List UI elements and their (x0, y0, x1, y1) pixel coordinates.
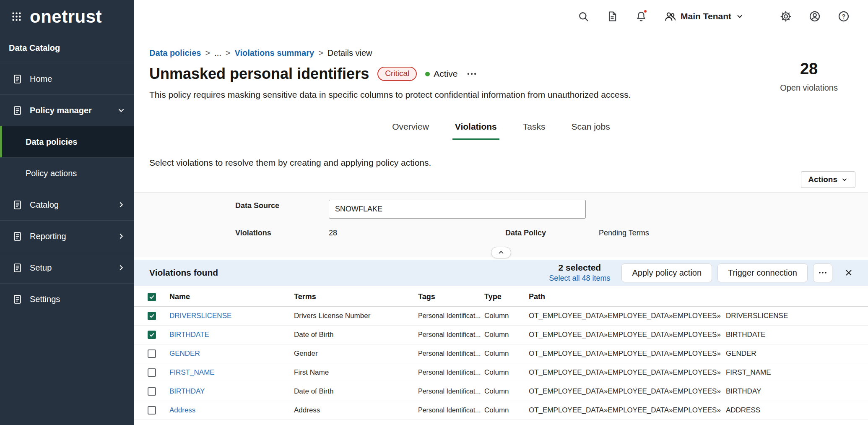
tab-tasks[interactable]: Tasks (520, 122, 548, 140)
row-tags: Personal Identificat... (418, 350, 484, 357)
collapse-filters-button[interactable] (491, 247, 511, 258)
row-name-link[interactable]: Address (169, 406, 294, 415)
row-checkbox[interactable] (148, 349, 156, 358)
column-header-name[interactable]: Name (169, 292, 294, 301)
row-path: OT_EMPLOYEE_DATA»EMPLOYEE_DATA»EMPLOYEES… (529, 406, 868, 415)
row-type: Column (484, 368, 529, 377)
breadcrumb-data-policies[interactable]: Data policies (149, 48, 201, 58)
sidebar-item-catalog[interactable]: Catalog (0, 189, 134, 220)
row-tags: Personal Identificat... (418, 312, 484, 320)
row-tags: Personal Identificat... (418, 388, 484, 395)
column-header-terms[interactable]: Terms (294, 292, 418, 301)
tab-violations[interactable]: Violations (452, 122, 499, 140)
document-icon (12, 294, 23, 305)
help-icon[interactable]: ? (834, 6, 854, 26)
row-checkbox[interactable] (148, 406, 156, 415)
sidebar-item-label: Catalog (30, 200, 59, 210)
row-name-link[interactable]: BIRTHDATE (169, 331, 294, 339)
table-row: BIRTHDAY Date of Birth Personal Identifi… (134, 382, 868, 401)
violations-table: Name Terms Tags Type Path DRIVERSLICENSE… (134, 287, 868, 420)
apply-policy-action-button[interactable]: Apply policy action (621, 263, 712, 282)
sidebar-item-home[interactable]: Home (0, 63, 134, 94)
actions-button[interactable]: Actions (801, 171, 855, 188)
sidebar-item-label: Settings (30, 295, 60, 304)
document-icon[interactable] (602, 6, 622, 26)
row-terms: Address (294, 406, 418, 415)
tenant-selector[interactable]: Main Tenant (664, 10, 744, 23)
tabs: Overview Violations Tasks Scan jobs (134, 109, 868, 140)
trigger-connection-button[interactable]: Trigger connection (717, 263, 808, 282)
logo-row: onetrust (0, 0, 134, 33)
row-type: Column (484, 387, 529, 396)
actions-row: Select violations to resolve them by cre… (134, 140, 868, 192)
close-icon[interactable] (844, 268, 854, 278)
breadcrumb-separator: > (226, 48, 231, 58)
sidebar-item-label: Data policies (26, 137, 77, 147)
column-header-tags[interactable]: Tags (418, 292, 484, 301)
status-label: Active (434, 69, 457, 79)
select-all-link[interactable]: Select all 48 items (549, 274, 610, 283)
violations-count-value: 28 (329, 229, 337, 237)
row-checkbox[interactable] (148, 387, 156, 396)
document-icon (12, 74, 23, 84)
open-violations-stat: 28 Open violations (780, 60, 838, 93)
app-grid-icon[interactable] (11, 11, 22, 22)
column-header-path[interactable]: Path (529, 292, 868, 301)
chevron-down-icon (117, 106, 126, 115)
row-name-link[interactable]: BIRTHDAY (169, 387, 294, 396)
status-indicator: Active (425, 69, 457, 79)
sidebar-item-setup[interactable]: Setup (0, 252, 134, 283)
topbar: Main Tenant ? (134, 0, 868, 33)
sidebar-item-policy-actions[interactable]: Policy actions (0, 157, 134, 189)
row-name-link[interactable]: DRIVERSLICENSE (169, 312, 294, 320)
main-content: Data policies > ... > Violations summary… (134, 33, 868, 425)
bell-icon[interactable] (631, 6, 651, 26)
row-type: Column (484, 312, 529, 320)
tab-scan-jobs[interactable]: Scan jobs (569, 122, 612, 140)
breadcrumb-details-view: Details view (327, 48, 372, 58)
chevron-down-icon (735, 12, 744, 21)
column-header-type[interactable]: Type (484, 292, 529, 301)
more-options-icon[interactable] (466, 68, 478, 80)
row-checkbox[interactable] (148, 331, 156, 339)
notification-dot (643, 9, 647, 13)
page-header: Data policies > ... > Violations summary… (134, 33, 868, 100)
row-checkbox[interactable] (148, 368, 156, 377)
row-type: Column (484, 331, 529, 339)
gear-icon[interactable] (776, 6, 796, 26)
breadcrumb-collapsed[interactable]: ... (214, 48, 221, 58)
chevron-down-icon (841, 176, 848, 183)
breadcrumb-separator: > (205, 48, 210, 58)
row-path: OT_EMPLOYEE_DATA»EMPLOYEE_DATA»EMPLOYEES… (529, 349, 868, 358)
data-policy-value: Pending Terms (599, 229, 649, 237)
sidebar-item-data-policies[interactable]: Data policies (0, 126, 134, 157)
svg-text:?: ? (842, 13, 846, 20)
table-row: FIRST_NAME First Name Personal Identific… (134, 363, 868, 382)
chevron-right-icon (117, 232, 126, 241)
product-label: Data Catalog (0, 33, 134, 63)
sidebar-item-reporting[interactable]: Reporting (0, 220, 134, 252)
active-dot-icon (425, 72, 430, 76)
breadcrumb-violations-summary[interactable]: Violations summary (234, 48, 314, 58)
sidebar-item-label: Setup (30, 263, 52, 273)
breadcrumb: Data policies > ... > Violations summary… (149, 48, 838, 58)
row-name-link[interactable]: GENDER (169, 349, 294, 358)
row-terms: Drivers License Number (294, 312, 418, 320)
document-icon (12, 231, 23, 242)
select-all-checkbox[interactable] (148, 293, 156, 301)
row-terms: Date of Birth (294, 387, 418, 396)
sidebar-item-settings[interactable]: Settings (0, 283, 134, 315)
chevron-up-icon (497, 248, 505, 257)
row-tags: Personal Identificat... (418, 407, 484, 414)
data-source-input[interactable] (329, 200, 586, 219)
search-icon[interactable] (573, 6, 593, 26)
tab-overview[interactable]: Overview (390, 122, 431, 140)
more-options-button[interactable] (813, 263, 832, 282)
app-root: onetrust Data Catalog Home Policy manage (0, 0, 868, 425)
sidebar-item-policy-manager[interactable]: Policy manager (0, 94, 134, 126)
account-icon[interactable] (805, 6, 825, 26)
row-path: OT_EMPLOYEE_DATA»EMPLOYEE_DATA»EMPLOYEES… (529, 312, 868, 320)
row-checkbox[interactable] (148, 312, 156, 320)
row-path: OT_EMPLOYEE_DATA»EMPLOYEE_DATA»EMPLOYEES… (529, 331, 868, 339)
row-name-link[interactable]: FIRST_NAME (169, 368, 294, 377)
